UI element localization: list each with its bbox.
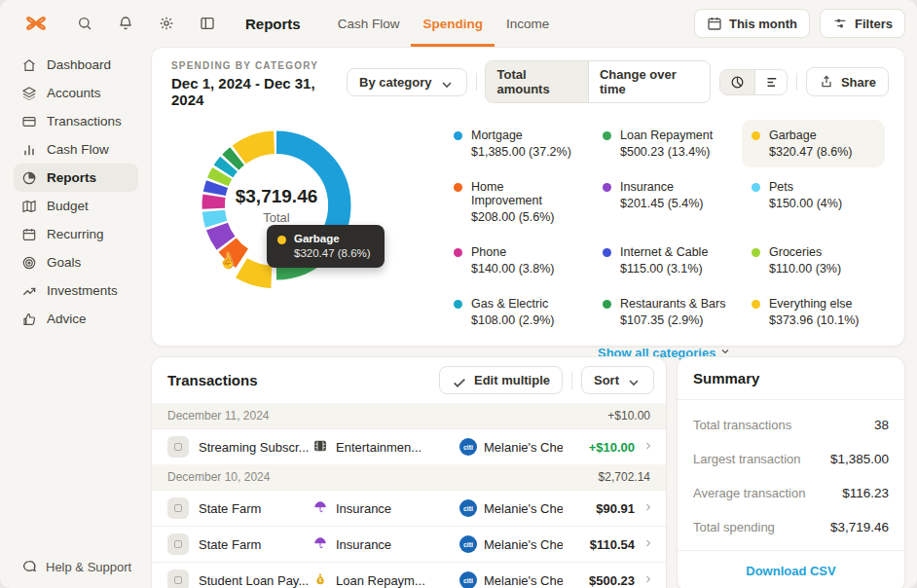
summary-card: Summary Total transactions38Largest tran… <box>677 356 905 588</box>
tab-cash-flow[interactable]: Cash Flow <box>326 0 412 47</box>
legend-item-phone[interactable]: Phone$140.00 (3.8%) <box>444 237 587 284</box>
sort-label: Sort <box>594 373 619 387</box>
summary-row-average-transaction: Average transaction$116.23 <box>693 476 889 510</box>
tab-income[interactable]: Income <box>495 0 561 47</box>
sidebar-item-label: Goals <box>47 255 81 270</box>
chart-tooltip: Garbage $320.47 (8.6%) <box>267 225 385 268</box>
legend-name: Loan Repayment <box>620 129 713 142</box>
legend-item-everything-else[interactable]: Everything else$373.96 (10.1%) <box>742 288 885 336</box>
sidebar-item-cash-flow[interactable]: Cash Flow <box>14 135 138 164</box>
legend-item-internet-cable[interactable]: Internet & Cable$115.00 (3.1%) <box>593 237 736 284</box>
legend-amount: $1,385.00 (37.2%) <box>471 145 571 159</box>
share-button[interactable]: Share <box>806 67 889 96</box>
group-by-label: By category <box>359 75 431 90</box>
view-total-amounts[interactable]: Total amounts <box>486 61 588 102</box>
summary-value: $1,385.00 <box>830 452 889 466</box>
help-support-link[interactable]: Help & Support <box>21 559 131 574</box>
category-name: Loan Repaym... <box>336 573 425 588</box>
chevron-right-icon[interactable] <box>635 438 654 456</box>
transaction-row[interactable]: Streaming Subscr...Entertainmen...citiMe… <box>152 428 666 464</box>
summary-row-total-transactions: Total transactions38 <box>693 408 889 442</box>
chevron-right-icon[interactable] <box>635 535 654 553</box>
report-tabs: Cash FlowSpendingIncome <box>326 0 562 47</box>
sidebar-item-label: Recurring <box>47 227 104 241</box>
legend-amount: $320.47 (8.6%) <box>769 145 852 159</box>
sidebar-item-dashboard[interactable]: Dashboard <box>14 51 138 79</box>
sidebar-item-transactions[interactable]: Transactions <box>14 107 138 135</box>
download-csv-link[interactable]: Download CSV <box>678 550 904 588</box>
transaction-row[interactable]: Student Loan Pay...$Loan Repaym...citiMe… <box>152 562 666 588</box>
edit-multiple-button[interactable]: Edit multiple <box>439 366 563 394</box>
chevron-right-icon[interactable] <box>635 571 654 588</box>
summary-value: $3,719.46 <box>830 520 889 534</box>
view-change-over-time[interactable]: Change over time <box>588 61 710 102</box>
transaction-row[interactable]: State FarmInsurancecitiMelanie's Check..… <box>152 526 666 562</box>
legend-amount: $373.96 (10.1%) <box>769 313 859 327</box>
legend-item-loan-repayment[interactable]: Loan Repayment$500.23 (13.4%) <box>593 120 736 167</box>
chevron-down-icon <box>626 375 642 386</box>
account-cell: citiMelanie's Check... <box>459 499 563 517</box>
summary-row-largest-transaction: Largest transaction$1,385.00 <box>693 442 889 476</box>
chart-type-toggle <box>719 69 787 95</box>
legend-item-mortgage[interactable]: Mortgage$1,385.00 (37.2%) <box>444 120 587 167</box>
legend-amount: $201.45 (5.4%) <box>620 197 703 210</box>
account-name: Melanie's Check... <box>484 537 563 552</box>
legend-name: Restaurants & Bars <box>620 297 725 311</box>
legend-item-groceries[interactable]: Groceries$110.00 (3%) <box>742 237 885 284</box>
account-cell: citiMelanie's Check... <box>459 438 563 456</box>
group-total: +$10.00 <box>607 409 650 423</box>
panel-icon[interactable] <box>195 11 220 36</box>
umbrella-icon <box>313 536 329 552</box>
tooltip-name: Garbage <box>294 233 371 244</box>
target-icon <box>21 255 37 271</box>
transaction-amount: $110.54 <box>563 537 635 552</box>
legend-item-pets[interactable]: Pets$150.00 (4%) <box>742 171 885 233</box>
legend-name: Gas & Electric <box>471 297 554 311</box>
legend-item-home-improvement[interactable]: Home Improvement$208.00 (5.6%) <box>444 171 587 233</box>
legend-item-restaurants-bars[interactable]: Restaurants & Bars$107.35 (2.9%) <box>593 288 736 336</box>
sidebar-item-goals[interactable]: Goals <box>14 248 138 276</box>
gear-icon[interactable] <box>154 11 179 36</box>
check-icon <box>452 375 467 386</box>
group-by-dropdown[interactable]: By category <box>347 68 466 96</box>
filters-button[interactable]: Filters <box>820 9 905 38</box>
group-date: December 11, 2024 <box>167 409 270 423</box>
account-name: Melanie's Check... <box>484 573 563 588</box>
date-range-button[interactable]: This month <box>694 9 810 38</box>
legend-item-insurance[interactable]: Insurance$201.45 (5.4%) <box>593 171 736 233</box>
search-icon[interactable] <box>72 11 97 36</box>
legend-item-gas-electric[interactable]: Gas & Electric$108.00 (2.9%) <box>444 288 587 336</box>
account-cell: citiMelanie's Check... <box>459 535 563 553</box>
merchant-name: Streaming Subscr... <box>199 440 313 455</box>
summary-label: Total transactions <box>693 418 791 432</box>
bell-icon[interactable] <box>113 11 138 36</box>
sidebar-item-investments[interactable]: Investments <box>14 276 138 305</box>
sidebar-item-label: Investments <box>47 283 118 298</box>
sidebar-item-budget[interactable]: Budget <box>14 192 138 220</box>
account-name: Melanie's Check... <box>484 501 563 516</box>
sidebar-item-accounts[interactable]: Accounts <box>14 79 138 107</box>
chevron-right-icon[interactable] <box>635 499 654 517</box>
sort-button[interactable]: Sort <box>581 366 654 394</box>
sidebar-item-label: Cash Flow <box>47 142 109 157</box>
legend-dot <box>752 248 760 257</box>
legend-item-garbage[interactable]: Garbage$320.47 (8.6%) <box>742 120 885 167</box>
pie-toggle-icon[interactable] <box>720 70 754 94</box>
group-date: December 10, 2024 <box>167 470 270 484</box>
topbar: Reports Cash FlowSpendingIncome This mon… <box>0 0 917 47</box>
category-cell: Entertainmen... <box>313 439 459 455</box>
merchant-name: State Farm <box>199 501 313 516</box>
tab-spending[interactable]: Spending <box>411 0 495 47</box>
card-eyebrow: SPENDING BY CATEGORY <box>171 60 347 71</box>
sidebar-item-recurring[interactable]: Recurring <box>14 220 138 248</box>
transaction-row[interactable]: State FarmInsurancecitiMelanie's Check..… <box>152 490 666 526</box>
bars-toggle-icon[interactable] <box>754 70 787 94</box>
divider <box>796 73 797 91</box>
sidebar-item-label: Budget <box>47 199 89 213</box>
legend-amount: $500.23 (13.4%) <box>620 145 713 159</box>
transaction-date-header: December 10, 2024$2,702.14 <box>152 464 666 490</box>
monarch-logo-icon[interactable] <box>21 9 51 38</box>
sidebar-item-advice[interactable]: Advice <box>14 305 138 333</box>
sidebar-item-reports[interactable]: Reports <box>14 164 138 192</box>
bar-chart-icon <box>21 142 37 158</box>
